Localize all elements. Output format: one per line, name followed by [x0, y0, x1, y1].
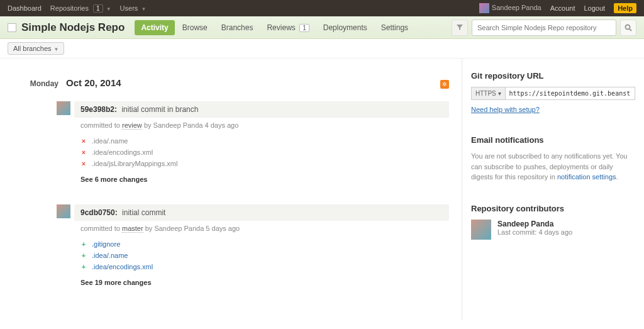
- reviews-count-badge: 1: [299, 24, 309, 32]
- current-user[interactable]: Sandeep Panda: [479, 3, 541, 13]
- commit-block: 9cdb0750: initial commit committed to ma…: [57, 204, 449, 289]
- activity-feed: Monday Oct 20, 2014 ✲ 59e398b2: initial …: [0, 59, 462, 320]
- add-icon: +: [80, 252, 87, 259]
- add-icon: +: [80, 240, 87, 248]
- email-notif-text: You are not subscribed to any notificati…: [471, 151, 635, 182]
- see-more-link[interactable]: See 19 more changes: [74, 276, 449, 289]
- nav-users[interactable]: Users ▼: [120, 4, 147, 12]
- filter-button[interactable]: [452, 20, 468, 36]
- help-button[interactable]: Help: [614, 3, 636, 13]
- chevron-down-icon: ▼: [106, 6, 111, 12]
- notification-settings-link[interactable]: notification settings: [557, 173, 616, 181]
- repo-checkbox[interactable]: [8, 23, 16, 32]
- nav-repositories[interactable]: Repositories 1 ▼: [50, 4, 111, 13]
- delete-icon: ×: [80, 160, 87, 167]
- chevron-down-icon: ▼: [141, 6, 146, 12]
- file-link[interactable]: .idea/encodings.xml: [92, 263, 153, 270]
- delete-icon: ×: [80, 148, 87, 156]
- chevron-down-icon: ▾: [498, 90, 501, 97]
- chevron-down-icon: ▼: [54, 47, 59, 52]
- nav-dashboard[interactable]: Dashboard: [8, 4, 42, 12]
- see-more-link[interactable]: See 6 more changes: [74, 173, 449, 186]
- avatar: [471, 220, 491, 240]
- date-label: Oct 20, 2014: [66, 77, 121, 88]
- git-url-input[interactable]: [505, 87, 635, 100]
- commit-message: initial commit: [122, 208, 165, 217]
- contributor-row: Sandeep Panda Last commit: 4 days ago: [471, 220, 635, 240]
- commit-message: initial commit in branch: [121, 105, 198, 114]
- file-change-deleted: ×.idea/jsLibraryMappings.xml: [80, 158, 443, 169]
- nav-account[interactable]: Account: [550, 4, 575, 12]
- commit-hash: 59e398b2:: [80, 105, 117, 114]
- file-change-deleted: ×.idea/encodings.xml: [80, 147, 443, 158]
- repo-title: Simple Nodejs Repo: [21, 21, 125, 34]
- file-change-added: +.idea/.name: [80, 250, 443, 261]
- sidebar: Git repository URL HTTPS ▾ Need help wit…: [462, 59, 644, 320]
- repos-count-badge: 1: [93, 4, 103, 13]
- funnel-icon: [457, 25, 463, 31]
- commit-header[interactable]: 9cdb0750: initial commit: [74, 204, 449, 221]
- svg-line-1: [630, 29, 631, 31]
- day-label: Monday: [13, 79, 66, 88]
- avatar: [57, 204, 70, 218]
- sidebar-git-url-title: Git repository URL: [471, 71, 635, 81]
- repo-header: Simple Nodejs Repo Activity Browse Branc…: [0, 16, 644, 39]
- tab-settings[interactable]: Settings: [375, 20, 414, 35]
- nav-logout[interactable]: Logout: [584, 4, 606, 12]
- add-icon: +: [80, 263, 87, 270]
- delete-icon: ×: [80, 137, 87, 145]
- branch-link[interactable]: review: [122, 121, 142, 130]
- file-link[interactable]: .gitignore: [92, 240, 120, 248]
- search-icon: [625, 24, 632, 31]
- file-change-deleted: ×.idea/.name: [80, 135, 443, 147]
- rss-icon[interactable]: ✲: [440, 80, 449, 89]
- file-change-added: +.gitignore: [80, 238, 443, 250]
- commit-meta: committed to master by Sandeep Panda 5 d…: [74, 221, 449, 236]
- tab-activity[interactable]: Activity: [135, 20, 174, 35]
- tab-reviews[interactable]: Reviews 1: [260, 20, 315, 35]
- branch-link[interactable]: master: [122, 225, 143, 233]
- commit-header[interactable]: 59e398b2: initial commit in branch: [74, 101, 449, 118]
- tab-browse[interactable]: Browse: [176, 20, 214, 35]
- search-button[interactable]: [620, 20, 636, 36]
- branch-filter-dropdown[interactable]: All branches▼: [8, 42, 64, 55]
- file-change-added: +.idea/encodings.xml: [80, 261, 443, 272]
- commit-block: 59e398b2: initial commit in branch commi…: [57, 101, 449, 186]
- commit-meta: committed to review by Sandeep Panda 4 d…: [74, 118, 449, 133]
- avatar-icon: [479, 3, 489, 13]
- tab-branches[interactable]: Branches: [215, 20, 260, 35]
- sidebar-contrib-title: Repository contributors: [471, 204, 635, 213]
- topbar: Dashboard Repositories 1 ▼ Users ▼ Sande…: [0, 0, 644, 16]
- subbar: All branches▼: [0, 39, 644, 59]
- protocol-dropdown[interactable]: HTTPS ▾: [471, 87, 505, 100]
- avatar: [57, 101, 70, 115]
- setup-help-link[interactable]: Need help with setup?: [471, 106, 540, 113]
- contributor-sub: Last commit: 4 days ago: [497, 228, 572, 236]
- commit-hash: 9cdb0750:: [80, 208, 118, 217]
- contributor-name[interactable]: Sandeep Panda: [497, 220, 572, 228]
- file-link[interactable]: .idea/.name: [92, 252, 128, 259]
- search-input[interactable]: [472, 20, 616, 36]
- sidebar-email-title: Email notifications: [471, 135, 635, 145]
- svg-point-0: [626, 25, 630, 29]
- tab-deployments[interactable]: Deployments: [317, 20, 374, 35]
